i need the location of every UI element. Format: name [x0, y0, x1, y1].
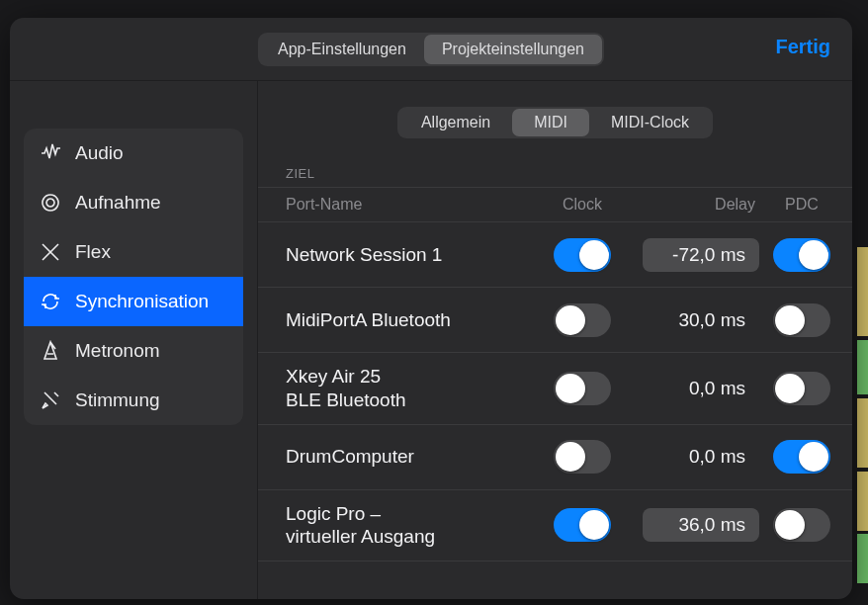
- subtab-midi-clock[interactable]: MIDI-Clock: [589, 109, 711, 136]
- clock-toggle[interactable]: [554, 303, 611, 337]
- col-header-delay: Delay: [627, 196, 765, 214]
- pdc-toggle[interactable]: [773, 303, 830, 337]
- subtab-midi[interactable]: MIDI: [512, 109, 589, 136]
- sidebar-item-sync[interactable]: Synchronisation: [24, 277, 243, 326]
- table-row: Xkey Air 25 BLE Bluetooth0,0 ms: [258, 353, 852, 425]
- table-row: MidiPortA Bluetooth30,0 ms: [258, 288, 852, 353]
- clock-toggle[interactable]: [554, 440, 611, 474]
- tab-app-settings[interactable]: App-Einstellungen: [260, 35, 424, 64]
- delay-field[interactable]: 0,0 ms: [643, 372, 759, 405]
- sidebar-item-tuning[interactable]: Stimmung: [24, 376, 243, 425]
- pdc-toggle[interactable]: [773, 508, 830, 542]
- sidebar-item-label: Audio: [75, 142, 124, 164]
- pdc-toggle[interactable]: [773, 440, 830, 474]
- sidebar-item-label: Synchronisation: [75, 291, 209, 312]
- sidebar-item-audio[interactable]: Audio: [24, 129, 243, 178]
- port-name: MidiPortA Bluetooth: [286, 308, 538, 332]
- section-label-destination: ZIEL: [258, 158, 852, 187]
- sidebar-item-flex[interactable]: Flex: [24, 227, 243, 277]
- clock-toggle[interactable]: [554, 238, 611, 272]
- table-row: Network Session 1-72,0 ms: [258, 222, 852, 288]
- table-row: Logic Pro – virtueller Ausgang36,0 ms: [258, 490, 852, 562]
- record-icon: [40, 192, 61, 214]
- delay-field[interactable]: -72,0 ms: [643, 238, 759, 272]
- midi-ports-table-body: Network Session 1-72,0 msMidiPortA Bluet…: [258, 222, 852, 562]
- sidebar-item-label: Metronom: [75, 340, 160, 362]
- settings-sidebar-list: Audio Aufnahme Flex: [24, 129, 243, 425]
- clock-toggle[interactable]: [554, 372, 611, 405]
- sidebar-item-metronome[interactable]: Metronom: [24, 326, 243, 376]
- port-name: Network Session 1: [286, 243, 538, 267]
- clock-toggle[interactable]: [554, 508, 611, 542]
- sidebar-item-label: Aufnahme: [75, 192, 161, 214]
- tab-project-settings[interactable]: Projekteinstellungen: [424, 35, 602, 64]
- port-name: Logic Pro – virtueller Ausgang: [286, 502, 538, 550]
- sync-subtab-segmented: Allgemein MIDI MIDI-Clock: [397, 107, 713, 138]
- midi-ports-table-header: Port-Name Clock Delay PDC: [258, 187, 852, 222]
- waveform-icon: [40, 142, 61, 164]
- col-header-pdc: PDC: [765, 196, 838, 214]
- port-name: DrumComputer: [286, 445, 538, 469]
- sidebar-item-record[interactable]: Aufnahme: [24, 178, 243, 227]
- sync-settings-panel: Allgemein MIDI MIDI-Clock ZIEL Port-Name…: [257, 81, 852, 599]
- sidebar-item-label: Stimmung: [75, 389, 160, 411]
- flex-icon: [40, 241, 61, 263]
- table-row: DrumComputer0,0 ms: [258, 425, 852, 490]
- modal-header: App-Einstellungen Projekteinstellungen F…: [10, 18, 852, 81]
- settings-sidebar: Audio Aufnahme Flex: [10, 81, 257, 599]
- done-button[interactable]: Fertig: [775, 36, 830, 58]
- settings-modal: App-Einstellungen Projekteinstellungen F…: [10, 18, 852, 599]
- pdc-toggle[interactable]: [773, 238, 830, 272]
- sync-icon: [40, 291, 61, 312]
- settings-scope-segmented: App-Einstellungen Projekteinstellungen: [258, 33, 604, 66]
- sidebar-item-label: Flex: [75, 241, 111, 263]
- metronome-icon: [40, 340, 61, 362]
- port-name: Xkey Air 25 BLE Bluetooth: [286, 365, 538, 412]
- subtab-general[interactable]: Allgemein: [399, 109, 512, 136]
- tuning-fork-icon: [40, 389, 61, 411]
- col-header-clock: Clock: [538, 196, 627, 214]
- pdc-toggle[interactable]: [773, 372, 830, 405]
- delay-field[interactable]: 30,0 ms: [643, 303, 759, 337]
- col-header-name: Port-Name: [286, 196, 538, 214]
- delay-field[interactable]: 0,0 ms: [643, 440, 759, 474]
- delay-field[interactable]: 36,0 ms: [643, 508, 759, 542]
